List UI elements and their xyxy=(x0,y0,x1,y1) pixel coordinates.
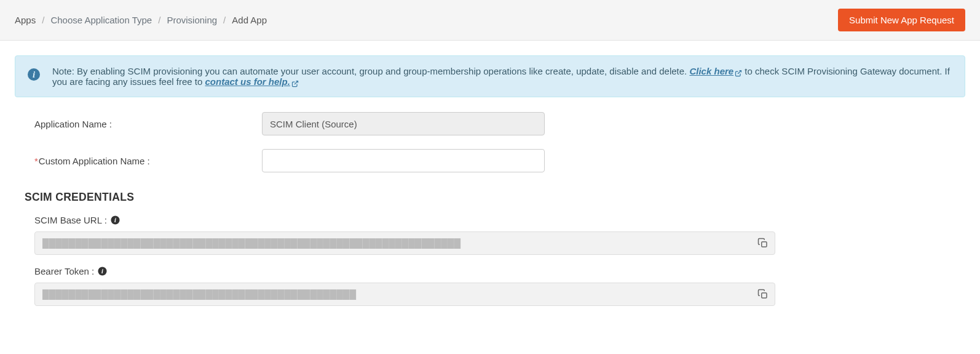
submit-new-app-button[interactable]: Submit New App Request xyxy=(838,9,965,31)
breadcrumb-choose-type[interactable]: Choose Application Type xyxy=(50,15,152,25)
click-here-link[interactable]: Click here xyxy=(689,66,742,76)
custom-application-name-input[interactable] xyxy=(262,149,545,172)
bearer-token-label: Bearer Token : xyxy=(34,266,94,276)
info-prefix: Note: By enabling SCIM provisioning you … xyxy=(52,66,689,76)
application-name-label: Application Name : xyxy=(34,119,262,129)
bearer-token-field xyxy=(34,283,775,306)
scim-base-url-field xyxy=(34,231,775,255)
breadcrumb-apps[interactable]: Apps xyxy=(15,15,36,25)
info-alert: i Note: By enabling SCIM provisioning yo… xyxy=(15,55,965,97)
help-icon[interactable]: i xyxy=(98,267,107,276)
breadcrumb: Apps / Choose Application Type / Provisi… xyxy=(15,15,267,25)
svg-line-3 xyxy=(294,81,298,85)
scim-base-url-block: SCIM Base URL : i xyxy=(15,215,965,255)
bearer-token-input[interactable] xyxy=(34,283,775,306)
breadcrumb-separator: / xyxy=(223,15,226,25)
copy-icon xyxy=(757,289,769,300)
bearer-token-label-row: Bearer Token : i xyxy=(34,266,965,276)
custom-application-name-label: *Custom Application Name : xyxy=(34,156,262,166)
copy-icon xyxy=(757,238,769,249)
svg-line-2 xyxy=(738,71,741,74)
svg-rect-9 xyxy=(762,293,767,298)
bearer-token-block: Bearer Token : i xyxy=(15,266,965,306)
scim-credentials-heading: SCIM CREDENTIALS xyxy=(25,191,965,204)
top-bar: Apps / Choose Application Type / Provisi… xyxy=(0,0,980,41)
svg-text:i: i xyxy=(101,268,103,275)
copy-base-url-button[interactable] xyxy=(756,236,770,251)
main-content: i Note: By enabling SCIM provisioning yo… xyxy=(0,41,980,332)
breadcrumb-separator: / xyxy=(42,15,44,25)
help-icon[interactable]: i xyxy=(111,215,120,225)
breadcrumb-provisioning[interactable]: Provisioning xyxy=(167,15,217,25)
custom-application-name-row: *Custom Application Name : xyxy=(15,149,965,172)
breadcrumb-add-app: Add App xyxy=(232,15,267,25)
breadcrumb-separator: / xyxy=(158,15,160,25)
scim-base-url-input[interactable] xyxy=(34,231,775,255)
info-text: Note: By enabling SCIM provisioning you … xyxy=(52,66,952,87)
svg-text:i: i xyxy=(114,217,116,223)
required-asterisk: * xyxy=(34,156,38,166)
scim-base-url-label-row: SCIM Base URL : i xyxy=(34,215,965,225)
contact-us-link[interactable]: contact us for help. xyxy=(205,76,298,87)
scim-base-url-label: SCIM Base URL : xyxy=(34,215,107,225)
copy-bearer-token-button[interactable] xyxy=(756,287,770,302)
application-name-input xyxy=(262,112,545,135)
info-icon: i xyxy=(28,68,40,81)
external-link-icon xyxy=(291,79,299,86)
svg-rect-6 xyxy=(762,242,767,247)
external-link-icon xyxy=(735,68,742,76)
application-name-row: Application Name : xyxy=(15,112,965,135)
